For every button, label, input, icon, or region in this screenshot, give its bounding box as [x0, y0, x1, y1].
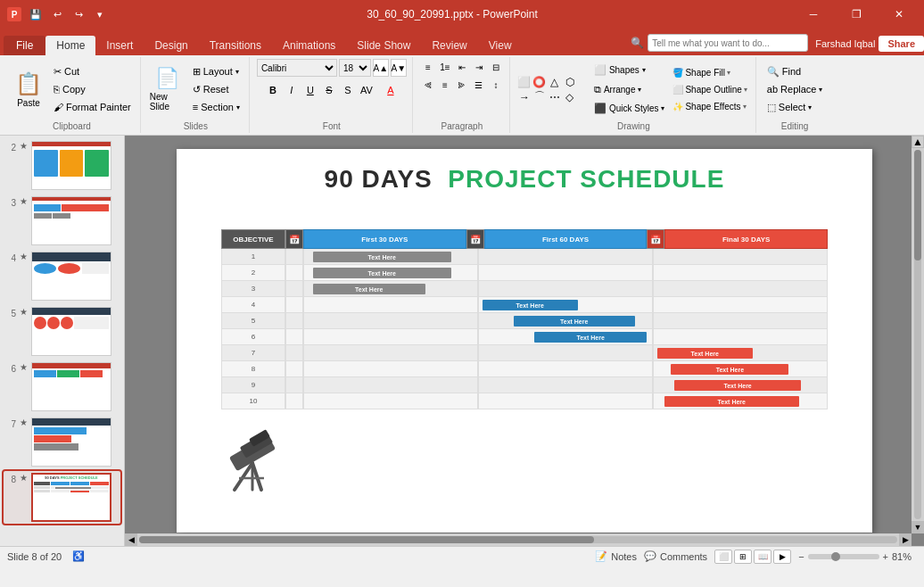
strikethrough-button[interactable]: S [320, 81, 338, 99]
scroll-up-button[interactable]: ▲ [912, 136, 924, 148]
restore-button[interactable]: ❐ [838, 0, 874, 29]
editing-content: 🔍 Find ab Replace ▾ ⬚ Select ▾ [763, 59, 827, 120]
table-row: 5 Text Here [221, 313, 828, 329]
zoom-out-icon[interactable]: − [798, 551, 804, 562]
increase-font-button[interactable]: A▲ [373, 59, 389, 77]
italic-button[interactable]: I [283, 81, 301, 99]
align-right-button[interactable]: ⫸ [454, 77, 470, 93]
paste-button[interactable]: 📋 Paste [9, 62, 48, 117]
para-btn-row1: ≡ 1≡ ⇤ ⇥ ⊟ [420, 59, 504, 75]
shape-item-2[interactable]: ⭕ [532, 75, 547, 89]
columns-button[interactable]: ⊟ [488, 59, 504, 75]
cut-button[interactable]: ✂ Cut [50, 63, 135, 80]
shape-item-3[interactable]: △ [548, 75, 562, 89]
font-family-select[interactable]: Calibri [257, 59, 337, 77]
shape-item-4[interactable]: ⬡ [563, 75, 577, 89]
slide-show-button[interactable]: ▶ [773, 550, 791, 564]
line-spacing-button[interactable]: ↕ [488, 77, 504, 93]
shape-fill-label: Shape Fill [685, 68, 724, 78]
scroll-down-btn[interactable]: ▼ [912, 521, 924, 533]
shape-fill-button[interactable]: 🪣 Shape Fill ▾ [670, 64, 749, 80]
row-90-10: Text Here [653, 393, 828, 409]
customize-qat-button[interactable]: ▾ [91, 5, 109, 23]
zoom-slider[interactable] [808, 554, 879, 559]
slide-sorter-button[interactable]: ⊞ [734, 550, 752, 564]
tab-home[interactable]: Home [45, 36, 95, 55]
close-button[interactable]: ✕ [881, 0, 917, 29]
row-90-9: Text Here [653, 377, 828, 393]
align-left-button[interactable]: ⫷ [420, 77, 436, 93]
gantt-header: OBJECTIVE 📅 First 30 DAYS 📅 First 60 DAY… [221, 229, 828, 249]
slide-thumb-2[interactable]: 2 ★ [4, 139, 120, 192]
scroll-v[interactable]: ▲ ▼ [912, 136, 924, 533]
decrease-indent-button[interactable]: ⇤ [454, 59, 470, 75]
minimize-button[interactable]: ─ [796, 0, 831, 29]
gantt-header-icon2: 📅 [466, 229, 484, 249]
clipboard-group: 📋 Paste ✂ Cut ⎘ Copy 🖌 Format Painter Cl… [4, 57, 141, 133]
shape-item-6[interactable]: ⌒ [532, 90, 547, 104]
decrease-font-button[interactable]: A▼ [391, 59, 407, 77]
font-size-select[interactable]: 18 [339, 59, 371, 77]
quick-styles-button[interactable]: ⬛ Quick Styles ▾ [590, 100, 669, 117]
replace-button[interactable]: ab Replace ▾ [763, 81, 827, 97]
tab-animations[interactable]: Animations [272, 36, 346, 55]
tab-view[interactable]: View [478, 36, 523, 55]
slide-thumb-5[interactable]: 5 ★ [4, 305, 120, 358]
slide-thumb-7[interactable]: 7 ★ [4, 416, 120, 468]
arrange-label: Arrange [604, 85, 636, 95]
shapes-button[interactable]: ⬜ Shapes ▾ [590, 62, 669, 79]
bar-9: Text Here [674, 380, 801, 391]
font-color-button[interactable]: A [382, 81, 400, 99]
comments-label[interactable]: Comments [660, 551, 707, 562]
save-button[interactable]: 💾 [27, 5, 45, 23]
underline-button[interactable]: U [301, 81, 319, 99]
format-painter-button[interactable]: 🖌 Format Painter [50, 99, 135, 116]
slide-thumb-8[interactable]: 8 ★ 90 DAYS PROJECT SCHEDULE [4, 471, 120, 524]
scroll-left-button[interactable]: ◀ [125, 533, 137, 546]
scroll-h[interactable]: ◀ ▶ [125, 533, 912, 546]
notes-label[interactable]: Notes [611, 551, 637, 562]
align-center-button[interactable]: ≡ [437, 77, 453, 93]
slide-panel: 2 ★ 3 ★ [0, 136, 125, 546]
section-button[interactable]: ≡ Section ▾ [189, 99, 243, 116]
share-button[interactable]: Share [879, 36, 924, 52]
shape-item-5[interactable]: → [517, 90, 532, 104]
slide-thumb-3[interactable]: 3 ★ [4, 194, 120, 247]
scroll-h-thumb[interactable] [139, 536, 594, 543]
slide-thumb-6[interactable]: 6 ★ [4, 360, 120, 413]
find-button[interactable]: 🔍 Find [763, 63, 827, 79]
shape-item-1[interactable]: ⬜ [517, 75, 532, 89]
tab-insert[interactable]: Insert [95, 36, 144, 55]
shape-item-7[interactable]: ⋯ [548, 90, 562, 104]
scroll-right-button[interactable]: ▶ [899, 533, 912, 546]
redo-button[interactable]: ↪ [70, 5, 87, 23]
tab-design[interactable]: Design [144, 36, 198, 55]
shape-effects-button[interactable]: ✨ Shape Effects ▾ [670, 98, 749, 114]
normal-view-button[interactable]: ⬜ [714, 550, 732, 564]
reading-view-button[interactable]: 📖 [754, 550, 771, 564]
tab-review[interactable]: Review [421, 36, 477, 55]
zoom-in-icon[interactable]: + [883, 551, 888, 562]
tab-file[interactable]: File [4, 36, 45, 55]
shadow-button[interactable]: S [339, 81, 357, 99]
shape-item-8[interactable]: ◇ [563, 90, 577, 104]
slide-thumb-4[interactable]: 4 ★ [4, 250, 120, 302]
bullets-button[interactable]: ≡ [420, 59, 436, 75]
undo-button[interactable]: ↩ [48, 5, 66, 23]
numbering-button[interactable]: 1≡ [437, 59, 453, 75]
char-spacing-button[interactable]: AV [358, 81, 375, 99]
justify-button[interactable]: ☰ [471, 77, 487, 93]
reset-button[interactable]: ↺ Reset [189, 81, 243, 98]
tab-transitions[interactable]: Transitions [199, 36, 272, 55]
bold-button[interactable]: B [264, 81, 282, 99]
search-input[interactable] [648, 34, 808, 52]
shape-outline-button[interactable]: ⬜ Shape Outline ▾ [670, 81, 749, 97]
new-slide-button[interactable]: 📄 New Slide [148, 62, 187, 117]
tab-slideshow[interactable]: Slide Show [346, 36, 421, 55]
increase-indent-button[interactable]: ⇥ [471, 59, 487, 75]
arrange-button[interactable]: ⧉ Arrange ▾ [590, 81, 669, 98]
copy-button[interactable]: ⎘ Copy [50, 81, 135, 98]
layout-button[interactable]: ⊞ Layout ▾ [189, 63, 243, 80]
scroll-v-thumb[interactable] [914, 150, 921, 260]
select-button[interactable]: ⬚ Select ▾ [763, 99, 827, 115]
